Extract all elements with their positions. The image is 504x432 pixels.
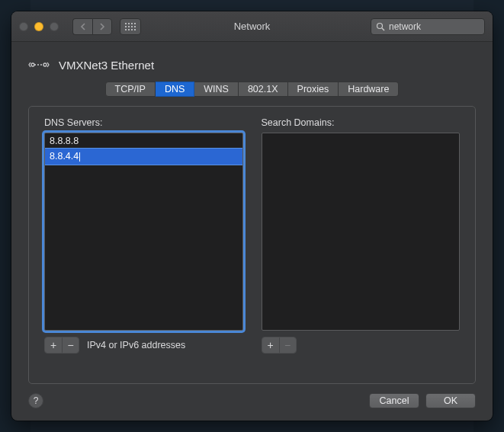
remove-dns-server-button[interactable]: −: [62, 338, 79, 353]
text-cursor: [79, 152, 80, 162]
svg-rect-10: [131, 29, 133, 30]
tab-hardware[interactable]: Hardware: [339, 82, 399, 97]
dns-servers-column: DNS Servers: 8.8.8.8 8.8.4.4 + − IPv4 or…: [44, 117, 243, 373]
tab-8021x[interactable]: 802.1X: [239, 82, 288, 97]
svg-rect-5: [128, 26, 130, 27]
dns-servers-label: DNS Servers:: [44, 117, 243, 128]
zoom-window-button[interactable]: [50, 22, 59, 31]
footer: ? Cancel OK: [28, 393, 476, 408]
dns-servers-list[interactable]: 8.8.8.8 8.8.4.4: [44, 133, 243, 331]
help-button[interactable]: ?: [28, 393, 43, 408]
content-area: VMXNet3 Ethernet TCP/IP DNS WINS 802.1X …: [11, 42, 493, 421]
dns-server-row[interactable]: 8.8.8.8: [45, 133, 242, 149]
dns-server-row[interactable]: 8.8.4.4: [45, 149, 242, 164]
interface-header: VMXNet3 Ethernet: [28, 56, 476, 74]
tab-proxies[interactable]: Proxies: [288, 82, 339, 97]
svg-rect-7: [134, 26, 136, 27]
tab-wins[interactable]: WINS: [194, 82, 239, 97]
dns-server-value: 8.8.4.4: [50, 151, 79, 162]
back-button[interactable]: [72, 18, 92, 35]
dns-servers-add-remove: + −: [44, 337, 79, 354]
tab-tcpip[interactable]: TCP/IP: [105, 82, 156, 97]
interface-name: VMXNet3 Ethernet: [59, 59, 154, 72]
search-domains-label: Search Domains:: [262, 117, 461, 128]
svg-rect-8: [125, 29, 127, 30]
dns-panel: DNS Servers: 8.8.8.8 8.8.4.4 + − IPv4 or…: [28, 106, 476, 384]
svg-point-15: [43, 63, 47, 66]
search-domains-list[interactable]: [262, 133, 461, 331]
add-dns-server-button[interactable]: +: [45, 338, 62, 353]
search-input[interactable]: [389, 21, 493, 32]
nav-controls: [72, 18, 112, 35]
tab-dns[interactable]: DNS: [156, 82, 194, 97]
forward-button[interactable]: [92, 18, 112, 35]
dns-hint: IPv4 or IPv6 addresses: [87, 340, 185, 350]
tab-bar: TCP/IP DNS WINS 802.1X Proxies Hardware: [105, 82, 400, 97]
minimize-window-button[interactable]: [34, 22, 43, 31]
svg-rect-9: [128, 29, 130, 30]
svg-point-14: [31, 63, 34, 66]
close-window-button[interactable]: [19, 22, 28, 31]
svg-rect-6: [131, 26, 133, 27]
preferences-window: Network ✕ VMXNet3 Ethernet: [11, 11, 493, 421]
ethernet-icon: [28, 56, 50, 74]
toolbar: Network ✕: [11, 11, 493, 42]
svg-rect-0: [125, 23, 127, 24]
svg-rect-1: [128, 23, 130, 24]
search-domains-column: Search Domains: + −: [262, 117, 461, 373]
cancel-button[interactable]: Cancel: [369, 393, 419, 408]
svg-rect-2: [131, 23, 133, 24]
add-search-domain-button[interactable]: +: [262, 338, 279, 353]
search-icon: [376, 22, 385, 31]
search-domains-add-remove: + −: [262, 337, 297, 354]
svg-point-12: [377, 23, 383, 28]
show-all-button[interactable]: [120, 18, 141, 35]
window-controls: [19, 22, 59, 31]
svg-line-13: [382, 28, 384, 30]
svg-rect-11: [134, 29, 136, 30]
search-field[interactable]: ✕: [371, 18, 485, 35]
remove-search-domain-button[interactable]: −: [279, 338, 296, 353]
ok-button[interactable]: OK: [425, 393, 476, 408]
svg-rect-3: [134, 23, 136, 24]
svg-rect-4: [125, 26, 127, 27]
